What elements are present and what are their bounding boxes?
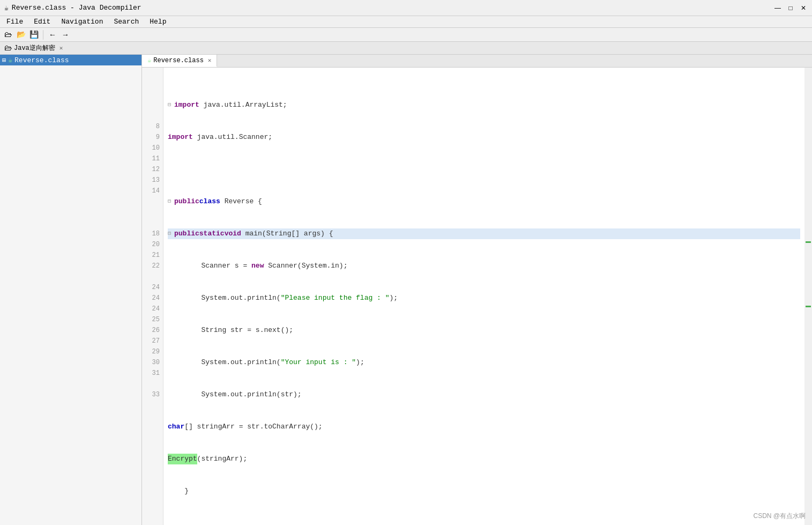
toolbar-btn-back[interactable]: ←	[47, 29, 58, 41]
ln-14: 14	[145, 186, 160, 196]
ln-blank4	[145, 100, 160, 110]
menu-edit[interactable]: Edit	[29, 17, 55, 27]
line-numbers: 8 9 10 11 12 13 14 18 20 21 22 24 24 24 …	[142, 68, 163, 525]
editor-tab-bar: ☕ Reverse.class ✕	[142, 55, 812, 68]
ln-blank6	[145, 196, 160, 207]
ln-blank9	[145, 271, 160, 282]
ln-11: 11	[145, 153, 160, 164]
toolbar-btn-forward[interactable]: →	[59, 29, 71, 41]
code-content: ⊟import java.util.ArrayList; import java…	[163, 68, 804, 525]
toolbar-btn-save[interactable]: 💾	[28, 29, 40, 41]
code-line-12: System.out.println(str);	[168, 389, 800, 400]
code-line-import2: import java.util.Scanner;	[168, 132, 800, 143]
toolbar: 🗁 📂 💾 ← →	[0, 28, 812, 42]
sidebar: ⊞ ☕ Reverse.class	[0, 55, 142, 525]
code-line-class: ⊟public class Reverse {	[168, 196, 800, 207]
watermark: CSDN @有点水啊	[753, 512, 806, 521]
scroll-marker-1	[806, 241, 811, 243]
code-line-import1: ⊟import java.util.ArrayList;	[168, 100, 800, 110]
ln-20: 20	[145, 239, 160, 250]
code-line-main: ⊟public static void main(String[] args) …	[168, 228, 800, 239]
toolbar-separator	[43, 30, 43, 40]
title-bar-left: ☕ Reverse.class - Java Decompiler	[4, 4, 141, 12]
ln-24b: 24	[145, 293, 160, 304]
code-editor[interactable]: 8 9 10 11 12 13 14 18 20 21 22 24 24 24 …	[142, 68, 812, 525]
code-line-11: System.out.println("Your input is : ");	[168, 357, 800, 368]
sidebar-item-label: Reverse.class	[14, 56, 69, 64]
ln-8: 8	[145, 121, 160, 132]
menu-bar: File Edit Navigation Search Help	[0, 16, 812, 28]
editor-area: ☕ Reverse.class ✕ 8 9 10 11 12 13 14	[142, 55, 812, 525]
tab-label: Reverse.class	[153, 57, 204, 64]
project-tab-label[interactable]: Java逆向解密	[14, 43, 55, 53]
ln-9: 9	[145, 132, 160, 143]
ln-26: 26	[145, 325, 160, 336]
code-line-8: Scanner s = new Scanner(System.in);	[168, 261, 800, 271]
ln-33: 33	[145, 389, 160, 400]
ln-18: 18	[145, 228, 160, 239]
project-tab-bar: 🗁 Java逆向解密 ✕	[0, 42, 812, 55]
scroll-markers	[804, 68, 812, 525]
code-line-13: char[] stringArr = str.toCharArray();	[168, 422, 800, 432]
ln-blank13	[145, 422, 160, 432]
maximize-button[interactable]: □	[786, 4, 795, 12]
ln-31: 31	[145, 368, 160, 379]
menu-file[interactable]: File	[2, 17, 27, 27]
ln-10: 10	[145, 143, 160, 153]
title-bar: ☕ Reverse.class - Java Decompiler — □ ✕	[0, 0, 812, 16]
tab-close-icon[interactable]: ✕	[208, 57, 212, 64]
ln-blank12	[145, 411, 160, 422]
app-icon: ☕	[4, 4, 9, 12]
minimize-button[interactable]: —	[773, 4, 782, 12]
toolbar-btn-open[interactable]: 📂	[15, 29, 27, 41]
ln-blank11	[145, 400, 160, 411]
ln-blank7	[145, 207, 160, 218]
editor-tab[interactable]: ☕ Reverse.class ✕	[142, 55, 217, 67]
code-line-9: System.out.println("Please input the fla…	[168, 293, 800, 304]
code-line-10: String str = s.next();	[168, 325, 800, 336]
title-bar-text: Reverse.class - Java Decompiler	[12, 4, 141, 12]
ln-24a: 24	[145, 282, 160, 293]
ln-blank1	[145, 68, 160, 78]
ln-24c: 24	[145, 304, 160, 314]
ln-blank2	[145, 78, 160, 89]
ln-30: 30	[145, 357, 160, 368]
ln-blank3	[145, 89, 160, 100]
code-line-blank2	[168, 518, 800, 525]
code-line-blank1	[168, 164, 800, 175]
code-line-brace1: }	[168, 486, 800, 497]
tab-icon: ☕	[147, 56, 151, 64]
ln-blank10	[145, 379, 160, 389]
main-layout: ⊞ ☕ Reverse.class ☕ Reverse.class ✕ 8	[0, 55, 812, 525]
code-line-14: Encrypt(stringArr);	[168, 454, 800, 464]
project-tab-close[interactable]: ✕	[59, 45, 63, 51]
ln-25: 25	[145, 314, 160, 325]
scroll-marker-2	[806, 306, 811, 307]
ln-21: 21	[145, 250, 160, 261]
ln-blank5	[145, 110, 160, 121]
sidebar-tree-item[interactable]: ⊞ ☕ Reverse.class	[0, 55, 141, 65]
toolbar-btn-new[interactable]: 🗁	[2, 29, 14, 41]
folder-icon: 🗁	[4, 44, 12, 53]
title-bar-controls: — □ ✕	[773, 4, 808, 12]
ln-12: 12	[145, 164, 160, 175]
expand-icon: ⊞	[2, 56, 6, 64]
close-button[interactable]: ✕	[799, 4, 808, 12]
ln-22: 22	[145, 261, 160, 271]
class-icon: ☕	[8, 56, 12, 64]
ln-13: 13	[145, 175, 160, 186]
menu-navigation[interactable]: Navigation	[57, 17, 107, 27]
menu-help[interactable]: Help	[145, 17, 170, 27]
menu-search[interactable]: Search	[109, 17, 143, 27]
ln-29: 29	[145, 346, 160, 357]
ln-blank8	[145, 218, 160, 228]
ln-27: 27	[145, 336, 160, 346]
